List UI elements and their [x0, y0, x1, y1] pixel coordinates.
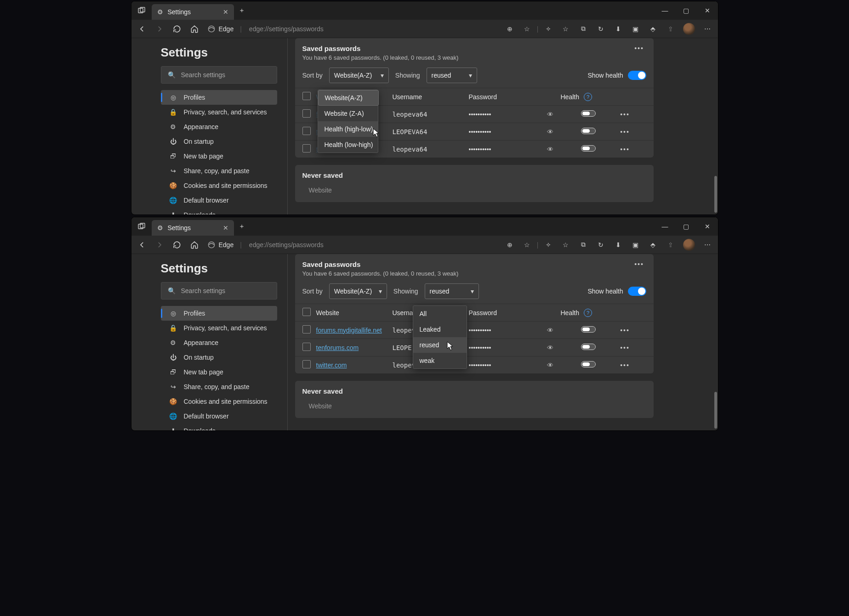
favorites-icon[interactable]: ☆ [558, 21, 574, 37]
address-bar[interactable]: Edge | edge://settings/passwords [208, 241, 496, 249]
row-actions-button[interactable]: ••• [616, 362, 634, 369]
sidebar-item-newtab[interactable]: 🗗New tab page [161, 365, 277, 379]
sidebar-item-privacy[interactable]: 🔒Privacy, search, and services [161, 321, 277, 335]
sidebar-item-appearance[interactable]: ⚙Appearance [161, 335, 277, 350]
minimize-button[interactable]: — [655, 1, 676, 20]
sort-option[interactable]: Website(A-Z) [318, 90, 379, 106]
show-health-toggle[interactable] [628, 287, 646, 296]
zoom-icon[interactable]: ⊕ [502, 21, 518, 37]
card-more-button[interactable]: ••• [632, 45, 646, 52]
close-tab-icon[interactable]: ✕ [223, 8, 228, 16]
minimize-button[interactable]: — [655, 217, 676, 236]
maximize-button[interactable]: ▢ [676, 217, 697, 236]
sidebar-item-startup[interactable]: ⏻On startup [161, 350, 277, 365]
home-button[interactable] [187, 237, 202, 253]
row-actions-button[interactable]: ••• [616, 146, 634, 153]
sidebar-item-share[interactable]: ↪Share, copy, and paste [161, 164, 277, 178]
row-actions-button[interactable]: ••• [616, 344, 634, 351]
refresh-button[interactable] [169, 21, 185, 37]
sidebar-item-cookies[interactable]: 🍪Cookies and site permissions [161, 178, 277, 193]
sidebar-item-profiles[interactable]: ◎Profiles [161, 306, 277, 321]
share-icon[interactable]: ⇪ [663, 21, 678, 37]
screenshot-icon[interactable]: ▣ [628, 21, 644, 37]
overflow-menu-icon[interactable]: ⋯ [700, 21, 715, 37]
row-checkbox[interactable] [302, 144, 311, 153]
sidebar-item-privacy[interactable]: 🔒Privacy, search, and services [161, 105, 277, 119]
sort-option[interactable]: Website (Z-A) [318, 106, 378, 121]
history-icon[interactable]: ↻ [593, 21, 609, 37]
favorite-icon[interactable]: ☆ [519, 237, 535, 253]
card-more-button[interactable]: ••• [632, 260, 646, 268]
screenshot-icon[interactable]: ▣ [628, 237, 644, 253]
new-tab-button[interactable]: ＋ [239, 222, 245, 231]
reveal-password-button[interactable]: 👁 [547, 344, 561, 351]
sort-option[interactable]: Health (low-high) [318, 137, 378, 153]
extensions-icon[interactable]: ✧ [541, 21, 556, 37]
sort-by-select[interactable]: Website(A-Z) ▾ [329, 283, 387, 299]
share-icon[interactable]: ⇪ [663, 237, 678, 253]
row-checkbox[interactable] [302, 325, 311, 333]
overflow-menu-icon[interactable]: ⋯ [700, 237, 715, 253]
reveal-password-button[interactable]: 👁 [547, 128, 561, 136]
showing-option[interactable]: All [413, 306, 467, 322]
showing-option[interactable]: weak [413, 353, 467, 368]
downloads-icon[interactable]: ⬇ [610, 21, 626, 37]
sidebar-item-newtab[interactable]: 🗗New tab page [161, 149, 277, 164]
sidebar-item-downloads[interactable]: ⬇Downloads [161, 424, 277, 431]
select-all-checkbox[interactable] [302, 308, 311, 316]
browser-tab[interactable]: ⚙ Settings ✕ [152, 4, 234, 20]
collections-icon[interactable]: ⧉ [575, 21, 591, 37]
close-window-button[interactable]: ✕ [697, 217, 718, 236]
row-website[interactable]: tenforums.com [316, 344, 393, 351]
profile-avatar[interactable] [683, 239, 695, 251]
address-bar[interactable]: Edge | edge://settings/passwords [208, 25, 496, 33]
forward-button[interactable] [152, 237, 167, 253]
sort-option[interactable]: Health (high-low) [318, 121, 378, 137]
reveal-password-button[interactable]: 👁 [547, 146, 561, 153]
sidebar-item-downloads[interactable]: ⬇Downloads [161, 208, 277, 215]
performance-icon[interactable]: ⬘ [645, 21, 661, 37]
row-website[interactable]: twitter.com [316, 362, 393, 369]
extensions-icon[interactable]: ✧ [541, 237, 556, 253]
row-checkbox[interactable] [302, 127, 311, 135]
row-actions-button[interactable]: ••• [616, 111, 634, 118]
sort-by-select[interactable]: Website(A-Z) ▾ [329, 68, 389, 83]
help-icon[interactable]: ? [584, 309, 592, 317]
favorites-icon[interactable]: ☆ [558, 237, 574, 253]
sidebar-item-share[interactable]: ↪Share, copy, and paste [161, 379, 277, 394]
back-button[interactable] [134, 21, 150, 37]
favorite-icon[interactable]: ☆ [519, 21, 535, 37]
collections-icon[interactable]: ⧉ [575, 237, 591, 253]
sidebar-item-default-browser[interactable]: 🌐Default browser [161, 409, 277, 424]
tabs-strip-icon[interactable] [131, 223, 152, 230]
select-all-checkbox[interactable] [302, 92, 311, 100]
performance-icon[interactable]: ⬘ [645, 237, 661, 253]
search-settings-input[interactable]: 🔍 Search settings [161, 282, 277, 300]
search-settings-input[interactable]: 🔍 Search settings [161, 66, 277, 84]
row-actions-button[interactable]: ••• [616, 128, 634, 136]
home-button[interactable] [187, 21, 202, 37]
back-button[interactable] [134, 237, 150, 253]
sidebar-item-startup[interactable]: ⏻On startup [161, 134, 277, 149]
row-website[interactable]: forums.mydigitallife.net [316, 327, 393, 334]
history-icon[interactable]: ↻ [593, 237, 609, 253]
reveal-password-button[interactable]: 👁 [547, 327, 561, 334]
help-icon[interactable]: ? [584, 93, 592, 101]
new-tab-button[interactable]: ＋ [239, 6, 245, 15]
sidebar-item-cookies[interactable]: 🍪Cookies and site permissions [161, 394, 277, 409]
sort-by-dropdown[interactable]: Website(A-Z) Website (Z-A) Health (high-… [318, 90, 378, 153]
reveal-password-button[interactable]: 👁 [547, 111, 561, 118]
forward-button[interactable] [152, 21, 167, 37]
showing-dropdown[interactable]: All Leaked reused weak [413, 305, 467, 369]
row-checkbox[interactable] [302, 343, 311, 351]
showing-select[interactable]: reused ▾ [425, 283, 479, 299]
sidebar-item-profiles[interactable]: ◎Profiles [161, 90, 277, 105]
showing-option[interactable]: Leaked [413, 322, 467, 337]
close-window-button[interactable]: ✕ [697, 1, 718, 20]
reveal-password-button[interactable]: 👁 [547, 362, 561, 369]
sidebar-item-appearance[interactable]: ⚙Appearance [161, 119, 277, 134]
browser-tab[interactable]: ⚙ Settings ✕ [152, 220, 234, 236]
downloads-icon[interactable]: ⬇ [610, 237, 626, 253]
showing-select[interactable]: reused ▾ [427, 68, 477, 83]
row-checkbox[interactable] [302, 109, 311, 118]
